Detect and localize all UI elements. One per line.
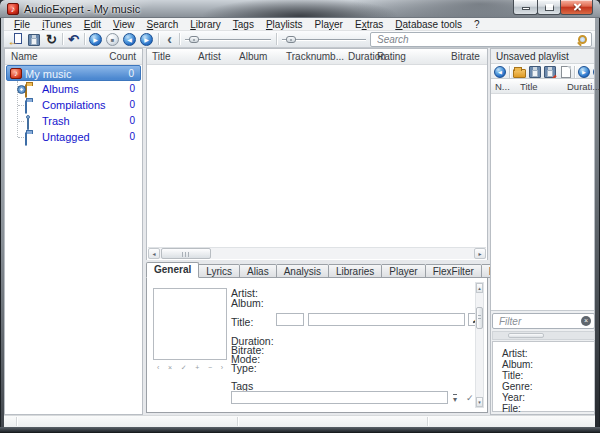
scroll-left-icon[interactable]: ◂	[148, 248, 160, 259]
tree-item-trash[interactable]: Trash 0	[6, 113, 141, 129]
column-album[interactable]: Album	[239, 51, 267, 62]
tab-general[interactable]: General	[146, 262, 199, 278]
title-field[interactable]	[308, 313, 465, 326]
playlist-toolbar: ◀ ▶	[491, 63, 594, 79]
general-vscrollbar[interactable]: ▴ ▾	[475, 282, 484, 408]
column-count[interactable]: Count	[109, 51, 136, 62]
column-tracknumber[interactable]: Tracknumb...	[286, 51, 344, 62]
art-prev-icon[interactable]: ‹	[157, 364, 159, 372]
art-next-icon[interactable]: ›	[221, 364, 223, 372]
volume-slider[interactable]	[282, 35, 366, 44]
menu-database-tools[interactable]: Database tools	[389, 18, 468, 31]
tree-item-my-music[interactable]: ♪ My music 0	[6, 65, 141, 81]
track-table-panel: Title Artist Album Tracknumb... Duration…	[146, 48, 488, 260]
playlist-open-button[interactable]	[512, 65, 526, 79]
main-area: Name Count ♪ My music 0 Albums 0	[4, 48, 595, 415]
search-icon[interactable]	[577, 35, 587, 45]
playlist-new-button[interactable]	[559, 65, 573, 79]
playlist-filter-box[interactable]: ×	[492, 313, 595, 329]
info-year-label: Year:	[502, 392, 594, 403]
save-button[interactable]	[26, 32, 41, 47]
menu-itunes[interactable]: iTunes	[36, 18, 78, 31]
menu-file[interactable]: File	[8, 18, 36, 31]
search-box[interactable]	[370, 32, 592, 47]
art-apply-icon[interactable]: ✓	[181, 364, 187, 372]
search-input[interactable]	[375, 33, 571, 46]
menu-tags[interactable]: Tags	[227, 18, 260, 31]
rewind-button[interactable]: ‹	[162, 32, 177, 47]
vscrollbar-thumb[interactable]	[476, 307, 483, 329]
tags-dropdown-icon[interactable]: ▾	[453, 394, 457, 403]
refresh-button[interactable]: ↻	[44, 32, 59, 47]
track-table-hscrollbar[interactable]: ◂ ▸	[148, 247, 486, 259]
menu-playlists[interactable]: Playlists	[260, 18, 309, 31]
scroll-up-icon[interactable]: ▴	[476, 283, 483, 293]
menu-view[interactable]: View	[107, 18, 141, 31]
tree-item-compilations[interactable]: Compilations 0	[6, 97, 141, 113]
column-duration[interactable]: Durati...	[567, 81, 600, 92]
minimize-button[interactable]	[513, 0, 538, 15]
menu-extras[interactable]: Extras	[349, 18, 389, 31]
column-title[interactable]: Title	[152, 51, 171, 62]
volume-slider-thumb[interactable]	[286, 36, 296, 43]
info-artist-label: Artist:	[502, 348, 594, 359]
stop-button[interactable]: ■	[105, 32, 120, 47]
column-rating[interactable]: Rating	[377, 51, 406, 62]
track-table-body[interactable]	[148, 65, 486, 247]
playlist-play-button[interactable]: ▶	[577, 65, 591, 79]
undo-button[interactable]: ↶	[66, 32, 81, 47]
playlist-filter-input[interactable]	[497, 315, 575, 327]
tab-analysis-result[interactable]: Analysis result	[277, 264, 329, 278]
column-title[interactable]: Title	[520, 81, 538, 92]
hscrollbar-thumb[interactable]	[161, 248, 211, 259]
tags-field[interactable]	[231, 391, 448, 404]
tab-flexfilter[interactable]: FlexFilter	[426, 264, 482, 278]
track-number-field[interactable]	[276, 313, 304, 326]
play-button[interactable]: ▶	[88, 32, 103, 47]
scroll-down-icon[interactable]: ▾	[476, 397, 483, 407]
next-track-button[interactable]: ▶	[139, 32, 154, 47]
tree-item-untagged[interactable]: Untagged 0	[6, 129, 141, 145]
art-remove-icon[interactable]: −	[208, 364, 212, 372]
menu-edit[interactable]: Edit	[78, 18, 107, 31]
library-tree-header: Name Count	[5, 49, 142, 65]
tab-lyrics[interactable]: Lyrics	[199, 264, 240, 278]
maximize-button[interactable]	[537, 0, 561, 15]
playlist-header: N... Title Durati...	[491, 79, 594, 94]
tab-player[interactable]: Player	[382, 264, 425, 278]
art-delete-icon[interactable]: ×	[168, 364, 172, 372]
import-button[interactable]: ←	[8, 32, 23, 47]
column-artist[interactable]: Artist	[198, 51, 221, 62]
scroll-right-icon[interactable]: ▸	[474, 248, 486, 259]
album-art-placeholder[interactable]	[153, 288, 227, 360]
playlist-hscrollbar-thumb[interactable]	[508, 333, 544, 338]
tab-alias[interactable]: Alias	[240, 264, 277, 278]
column-bitrate[interactable]: Bitrate	[451, 51, 480, 62]
close-button[interactable]	[560, 0, 593, 15]
menu-help[interactable]: ?	[468, 18, 486, 31]
tab-libraries[interactable]: Libraries	[329, 264, 382, 278]
playlist-hscrollbar[interactable]	[492, 331, 595, 340]
seek-slider-thumb[interactable]	[189, 36, 199, 43]
open-folder-icon	[513, 69, 526, 78]
tree-item-albums[interactable]: Albums 0	[6, 81, 141, 97]
app-icon[interactable]: ♪	[7, 3, 19, 15]
playlist-list[interactable]	[491, 94, 594, 311]
playlist-back-button[interactable]: ◀	[493, 65, 507, 79]
previous-track-button[interactable]: ◀	[122, 32, 137, 47]
column-number[interactable]: N...	[495, 81, 510, 92]
art-add-icon[interactable]: +	[195, 364, 199, 372]
menu-library[interactable]: Library	[184, 18, 227, 31]
tags-apply-icon[interactable]: ✓	[466, 393, 474, 403]
menu-player[interactable]: Player	[309, 18, 349, 31]
playlist-save-as-button[interactable]	[543, 65, 557, 79]
clear-filter-icon[interactable]: ×	[581, 316, 591, 326]
playlist-next-button[interactable]: ▶	[592, 65, 594, 79]
track-table-header: Title Artist Album Tracknumb... Duration…	[147, 49, 487, 65]
menu-search[interactable]: Search	[141, 18, 185, 31]
title-bar[interactable]: ♪ AudioExpert - My music	[0, 0, 600, 18]
seek-slider[interactable]	[185, 35, 271, 44]
trash-icon	[27, 116, 29, 130]
column-name[interactable]: Name	[11, 51, 38, 62]
playlist-save-button[interactable]	[528, 65, 542, 79]
